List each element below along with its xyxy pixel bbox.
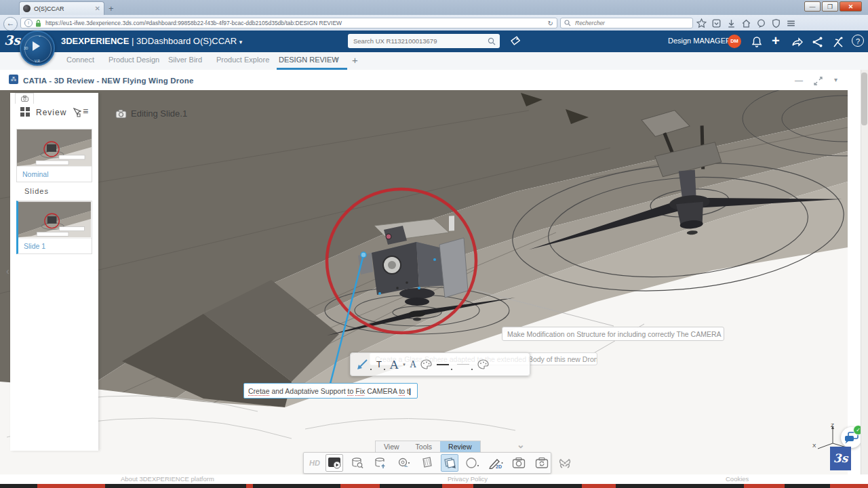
tab-product-design[interactable]: Product Design <box>108 56 159 64</box>
dropdown-dot-icon[interactable] <box>370 369 372 370</box>
section-plane-icon[interactable] <box>418 454 435 472</box>
page-scrollbar[interactable] <box>861 70 868 484</box>
circle-annotation-icon[interactable] <box>464 454 481 472</box>
collaboration-icon[interactable] <box>556 454 574 472</box>
font-size-icon[interactable]: A <box>410 360 416 369</box>
timeline-segment <box>744 484 785 488</box>
share-network-icon[interactable] <box>811 35 825 49</box>
tab-close-icon[interactable]: ✕ <box>95 5 100 12</box>
3d-viewport[interactable] <box>0 90 848 474</box>
window-close-button[interactable]: ✕ <box>840 1 862 12</box>
menu-icon[interactable] <box>785 18 797 29</box>
line-color-icon[interactable] <box>477 359 489 369</box>
action-bar-collapse-icon[interactable]: ⌄ <box>517 439 525 450</box>
dashboard-name[interactable]: | 3DDashboard O(S)CCAR <box>132 36 237 46</box>
grid-icon[interactable] <box>20 107 31 117</box>
url-input[interactable] <box>44 19 548 27</box>
panel-menu-icon[interactable]: ≡ <box>83 106 88 117</box>
tab-connect[interactable]: Connect <box>66 56 94 64</box>
tab-design-review[interactable]: DESIGN REVIEW <box>279 56 339 64</box>
chevron-down-icon[interactable]: ▾ <box>239 39 243 45</box>
line-style-icon[interactable] <box>437 364 449 365</box>
tab-product-explore[interactable]: Product Explore <box>216 56 269 64</box>
user-role[interactable]: Design MANAGER <box>668 37 731 45</box>
dropdown-dot-icon[interactable] <box>384 369 385 370</box>
nominal-label[interactable]: Nominal <box>17 166 92 182</box>
annotation-text-editor[interactable]: Cretae and Adaptative Support to Fix CAM… <box>243 383 418 399</box>
chevron-down-icon[interactable]: ▾ <box>336 56 339 62</box>
brand-name: 3DEXPERIENCE <box>61 36 129 46</box>
measure-icon[interactable] <box>395 454 412 472</box>
footer-cookies-link[interactable]: Cookies <box>726 475 749 483</box>
search-icon[interactable] <box>488 37 496 45</box>
annotation-structure[interactable]: Make Modification on Structure for inclu… <box>502 327 724 341</box>
dataset-export-icon[interactable] <box>372 454 389 472</box>
timeline-segment <box>830 484 868 488</box>
leader-arrow-icon[interactable] <box>356 359 368 371</box>
share-arrow-icon[interactable] <box>791 35 804 49</box>
app-minimize-icon[interactable]: — <box>795 76 803 85</box>
browser-tab[interactable]: O(S)CCAR ✕ <box>19 1 104 15</box>
edit-text-segment: and Adaptative Support <box>270 387 348 395</box>
new-tab-button[interactable]: + <box>108 3 114 14</box>
snapshot-icon[interactable] <box>510 454 528 472</box>
text-color-icon[interactable] <box>420 359 432 369</box>
compass-3d-label: 3D <box>24 46 28 50</box>
platform-search[interactable] <box>348 34 500 48</box>
pointer-icon[interactable] <box>72 108 81 117</box>
reload-icon[interactable]: ↻ <box>548 20 553 27</box>
bell-icon[interactable] <box>750 35 764 49</box>
dropdown-dot-icon[interactable] <box>471 369 473 370</box>
tag-icon[interactable] <box>509 35 521 47</box>
home-icon[interactable] <box>741 18 752 29</box>
browser-search-input[interactable] <box>574 19 689 27</box>
star-icon[interactable] <box>696 18 707 29</box>
add-icon[interactable]: + <box>772 33 780 49</box>
browser-search[interactable] <box>560 18 693 28</box>
window-restore-button[interactable]: ❐ <box>822 1 838 12</box>
compass-top-label: ⌁ <box>39 34 41 38</box>
draw-2d-icon[interactable]: 2D <box>487 454 505 472</box>
catia-app-icon: ⁂ <box>9 75 18 84</box>
edit-text-segment: to <box>399 387 405 395</box>
url-bar[interactable]: i ↻ <box>20 18 557 28</box>
footer-privacy-link[interactable]: Privacy Policy <box>448 475 488 483</box>
line-weight-icon[interactable] <box>457 364 469 365</box>
shield-icon[interactable] <box>770 18 782 29</box>
dataset-search-icon[interactable] <box>349 454 366 472</box>
info-icon[interactable]: i <box>24 19 33 27</box>
timeline-segment <box>582 484 616 488</box>
platform-search-input[interactable] <box>352 37 488 45</box>
chevron-down-icon[interactable]: ▾ <box>403 362 406 367</box>
play-screen-icon[interactable] <box>326 454 343 472</box>
nominal-thumbnail[interactable]: Nominal <box>16 129 92 182</box>
slide-1-thumbnail[interactable]: Slide 1 <box>16 201 92 254</box>
3ds-logo-tile[interactable]: 3s <box>830 447 851 470</box>
app-expand-icon[interactable] <box>814 77 823 85</box>
slide-capture-icon[interactable] <box>441 454 458 472</box>
back-icon[interactable]: ← <box>3 17 18 31</box>
review-panel-tab[interactable] <box>15 93 34 104</box>
pocket-icon[interactable] <box>711 18 722 29</box>
editing-label-text: Editing Slide.1 <box>131 108 187 119</box>
editing-status: Editing Slide.1 <box>115 108 187 119</box>
slide-1-label[interactable]: Slide 1 <box>18 238 92 253</box>
video-timeline[interactable] <box>0 484 868 488</box>
text-tool-icon[interactable]: T <box>376 359 382 369</box>
help-icon[interactable]: ? <box>852 35 864 47</box>
window-minimize-button[interactable]: — <box>804 1 821 12</box>
avatar[interactable]: DM <box>728 35 741 48</box>
tab-silver-bird[interactable]: Silver Bird <box>168 56 202 64</box>
compass-run-icon[interactable] <box>831 35 845 49</box>
chat-icon[interactable] <box>755 18 767 29</box>
add-tab-icon[interactable]: + <box>352 54 358 66</box>
app-collapse-icon[interactable]: ▾ <box>834 76 837 83</box>
compass-icon[interactable]: 3D V.R ⌁ <box>20 30 55 66</box>
footer-about-link[interactable]: About 3DEXPERIENCE platform <box>121 475 214 483</box>
panel-collapse-icon[interactable]: ‹ <box>6 266 9 277</box>
dropdown-dot-icon[interactable] <box>451 369 452 370</box>
font-family-icon[interactable]: A <box>390 358 398 371</box>
download-icon[interactable] <box>726 18 737 29</box>
update-snapshot-icon[interactable] <box>533 454 551 472</box>
scrollbar-thumb[interactable] <box>861 73 867 125</box>
